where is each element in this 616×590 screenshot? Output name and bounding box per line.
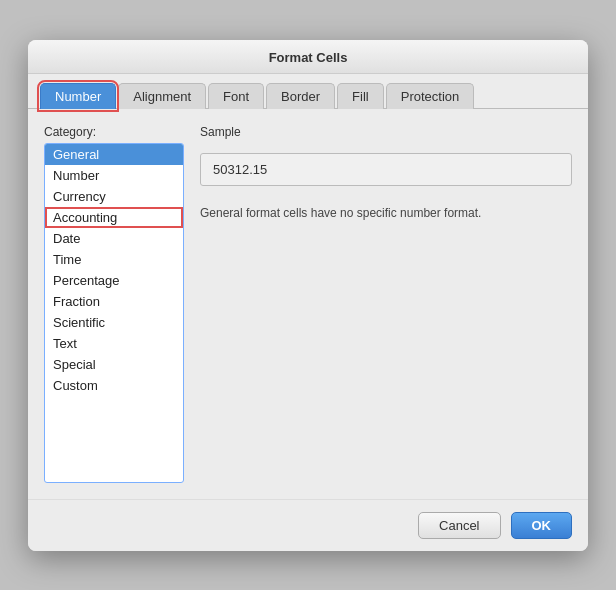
category-item-accounting[interactable]: Accounting <box>45 207 183 228</box>
format-description: General format cells have no specific nu… <box>200 204 572 222</box>
category-item-special[interactable]: Special <box>45 354 183 375</box>
ok-button[interactable]: OK <box>511 512 573 539</box>
category-item-time[interactable]: Time <box>45 249 183 270</box>
category-item-currency[interactable]: Currency <box>45 186 183 207</box>
category-list: General Number Currency Accounting Date … <box>44 143 184 483</box>
category-item-number[interactable]: Number <box>45 165 183 186</box>
category-item-percentage[interactable]: Percentage <box>45 270 183 291</box>
cancel-button[interactable]: Cancel <box>418 512 500 539</box>
tab-number[interactable]: Number <box>40 83 116 109</box>
tab-protection[interactable]: Protection <box>386 83 475 109</box>
right-panel: Sample 50312.15 General format cells hav… <box>200 125 572 483</box>
category-item-custom[interactable]: Custom <box>45 375 183 396</box>
category-label: Category: <box>44 125 184 139</box>
sample-value: 50312.15 <box>200 153 572 186</box>
tab-font[interactable]: Font <box>208 83 264 109</box>
tab-content: Category: General Number Currency Accoun… <box>28 108 588 499</box>
category-item-text[interactable]: Text <box>45 333 183 354</box>
tab-bar: Number Alignment Font Border Fill Protec… <box>28 74 588 108</box>
format-cells-dialog: Format Cells Number Alignment Font Borde… <box>28 40 588 551</box>
category-item-fraction[interactable]: Fraction <box>45 291 183 312</box>
left-panel: Category: General Number Currency Accoun… <box>44 125 184 483</box>
sample-label: Sample <box>200 125 572 139</box>
category-item-date[interactable]: Date <box>45 228 183 249</box>
category-item-scientific[interactable]: Scientific <box>45 312 183 333</box>
dialog-footer: Cancel OK <box>28 499 588 551</box>
category-item-general[interactable]: General <box>45 144 183 165</box>
tab-alignment[interactable]: Alignment <box>118 83 206 109</box>
tab-border[interactable]: Border <box>266 83 335 109</box>
dialog-title: Format Cells <box>28 40 588 74</box>
tab-fill[interactable]: Fill <box>337 83 384 109</box>
content-inner: Category: General Number Currency Accoun… <box>44 125 572 483</box>
